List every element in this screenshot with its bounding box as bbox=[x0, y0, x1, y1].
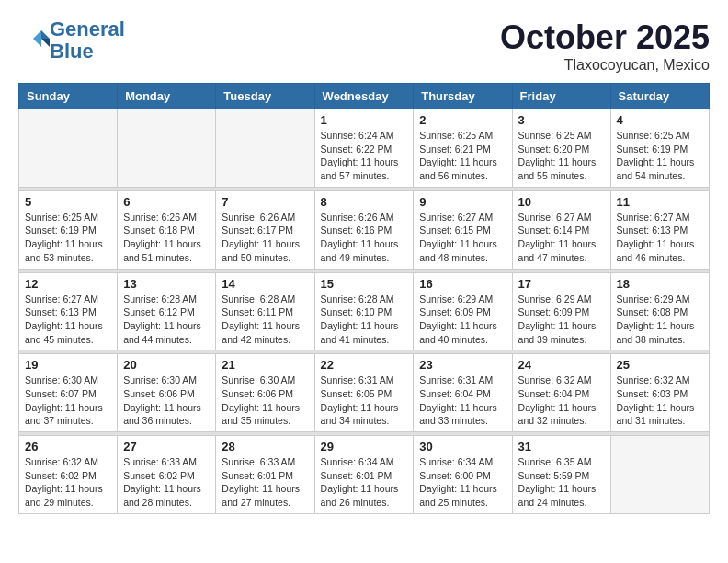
day-info: Sunrise: 6:34 AM Sunset: 6:01 PM Dayligh… bbox=[321, 455, 408, 510]
day-number: 18 bbox=[617, 277, 703, 291]
month-title: October 2025 bbox=[500, 18, 710, 57]
weekday-header-row: SundayMondayTuesdayWednesdayThursdayFrid… bbox=[19, 84, 710, 109]
day-number: 25 bbox=[617, 358, 703, 372]
day-info: Sunrise: 6:26 AM Sunset: 6:18 PM Dayligh… bbox=[123, 211, 210, 265]
day-number: 17 bbox=[518, 277, 605, 291]
calendar-cell: 11Sunrise: 6:27 AM Sunset: 6:13 PM Dayli… bbox=[610, 190, 709, 269]
calendar-week-4: 19Sunrise: 6:30 AM Sunset: 6:07 PM Dayli… bbox=[19, 354, 710, 432]
day-info: Sunrise: 6:30 AM Sunset: 6:06 PM Dayligh… bbox=[222, 373, 308, 428]
calendar-cell: 28Sunrise: 6:33 AM Sunset: 6:01 PM Dayli… bbox=[216, 436, 314, 514]
calendar: SundayMondayTuesdayWednesdayThursdayFrid… bbox=[18, 83, 710, 514]
day-number: 4 bbox=[617, 113, 703, 127]
day-info: Sunrise: 6:34 AM Sunset: 6:00 PM Dayligh… bbox=[419, 455, 506, 510]
calendar-cell: 2Sunrise: 6:25 AM Sunset: 6:21 PM Daylig… bbox=[414, 109, 512, 188]
logo-icon bbox=[22, 25, 50, 52]
calendar-cell: 13Sunrise: 6:28 AM Sunset: 6:12 PM Dayli… bbox=[118, 272, 216, 350]
day-info: Sunrise: 6:27 AM Sunset: 6:14 PM Dayligh… bbox=[518, 211, 605, 265]
day-info: Sunrise: 6:26 AM Sunset: 6:17 PM Dayligh… bbox=[222, 211, 308, 265]
title-block: October 2025 Tlaxocoyucan, Mexico bbox=[500, 18, 710, 74]
day-info: Sunrise: 6:25 AM Sunset: 6:21 PM Dayligh… bbox=[419, 129, 506, 183]
calendar-cell bbox=[118, 109, 216, 188]
day-info: Sunrise: 6:33 AM Sunset: 6:02 PM Dayligh… bbox=[123, 455, 210, 510]
calendar-week-3: 12Sunrise: 6:27 AM Sunset: 6:13 PM Dayli… bbox=[19, 272, 710, 350]
calendar-cell: 20Sunrise: 6:30 AM Sunset: 6:06 PM Dayli… bbox=[118, 354, 216, 432]
day-number: 12 bbox=[25, 277, 111, 291]
calendar-cell: 6Sunrise: 6:26 AM Sunset: 6:18 PM Daylig… bbox=[118, 190, 216, 269]
weekday-header-friday: Friday bbox=[512, 84, 610, 109]
day-number: 28 bbox=[222, 440, 308, 454]
calendar-week-1: 1Sunrise: 6:24 AM Sunset: 6:22 PM Daylig… bbox=[19, 109, 710, 188]
day-number: 2 bbox=[419, 113, 506, 127]
day-info: Sunrise: 6:30 AM Sunset: 6:06 PM Dayligh… bbox=[123, 373, 210, 428]
svg-marker-1 bbox=[41, 39, 50, 47]
day-info: Sunrise: 6:28 AM Sunset: 6:11 PM Dayligh… bbox=[222, 293, 308, 347]
day-number: 10 bbox=[518, 195, 605, 209]
day-number: 8 bbox=[321, 195, 408, 209]
day-info: Sunrise: 6:28 AM Sunset: 6:10 PM Dayligh… bbox=[321, 293, 408, 347]
calendar-cell: 9Sunrise: 6:27 AM Sunset: 6:15 PM Daylig… bbox=[414, 190, 512, 269]
calendar-cell: 19Sunrise: 6:30 AM Sunset: 6:07 PM Dayli… bbox=[19, 354, 118, 432]
calendar-cell: 31Sunrise: 6:35 AM Sunset: 5:59 PM Dayli… bbox=[512, 436, 610, 514]
calendar-cell: 5Sunrise: 6:25 AM Sunset: 6:19 PM Daylig… bbox=[19, 190, 118, 269]
svg-marker-2 bbox=[33, 30, 41, 47]
weekday-header-sunday: Sunday bbox=[19, 84, 118, 109]
logo-text: General Blue bbox=[50, 18, 125, 63]
calendar-cell: 17Sunrise: 6:29 AM Sunset: 6:09 PM Dayli… bbox=[512, 272, 610, 350]
day-info: Sunrise: 6:35 AM Sunset: 5:59 PM Dayligh… bbox=[518, 455, 605, 510]
weekday-header-saturday: Saturday bbox=[610, 84, 709, 109]
day-info: Sunrise: 6:32 AM Sunset: 6:02 PM Dayligh… bbox=[25, 455, 111, 510]
logo: General Blue bbox=[18, 18, 125, 63]
day-number: 11 bbox=[617, 195, 703, 209]
calendar-cell: 14Sunrise: 6:28 AM Sunset: 6:11 PM Dayli… bbox=[216, 272, 314, 350]
day-info: Sunrise: 6:31 AM Sunset: 6:05 PM Dayligh… bbox=[321, 373, 408, 428]
day-number: 3 bbox=[518, 113, 605, 127]
calendar-cell: 4Sunrise: 6:25 AM Sunset: 6:19 PM Daylig… bbox=[610, 109, 709, 188]
day-info: Sunrise: 6:27 AM Sunset: 6:15 PM Dayligh… bbox=[419, 211, 506, 265]
calendar-cell: 26Sunrise: 6:32 AM Sunset: 6:02 PM Dayli… bbox=[19, 436, 118, 514]
location-title: Tlaxocoyucan, Mexico bbox=[500, 57, 710, 74]
day-number: 7 bbox=[222, 195, 308, 209]
calendar-cell bbox=[19, 109, 118, 188]
calendar-cell: 29Sunrise: 6:34 AM Sunset: 6:01 PM Dayli… bbox=[314, 436, 414, 514]
day-info: Sunrise: 6:25 AM Sunset: 6:19 PM Dayligh… bbox=[25, 211, 111, 265]
calendar-cell: 8Sunrise: 6:26 AM Sunset: 6:16 PM Daylig… bbox=[314, 190, 414, 269]
day-number: 29 bbox=[321, 440, 408, 454]
calendar-week-5: 26Sunrise: 6:32 AM Sunset: 6:02 PM Dayli… bbox=[19, 436, 710, 514]
day-number: 14 bbox=[222, 277, 308, 291]
calendar-week-2: 5Sunrise: 6:25 AM Sunset: 6:19 PM Daylig… bbox=[19, 190, 710, 269]
calendar-cell: 3Sunrise: 6:25 AM Sunset: 6:20 PM Daylig… bbox=[512, 109, 610, 188]
calendar-cell bbox=[216, 109, 314, 188]
day-number: 30 bbox=[419, 440, 506, 454]
day-number: 31 bbox=[518, 440, 605, 454]
day-number: 5 bbox=[25, 195, 111, 209]
calendar-cell: 22Sunrise: 6:31 AM Sunset: 6:05 PM Dayli… bbox=[314, 354, 414, 432]
day-number: 19 bbox=[25, 358, 111, 372]
day-info: Sunrise: 6:28 AM Sunset: 6:12 PM Dayligh… bbox=[123, 293, 210, 347]
calendar-cell: 7Sunrise: 6:26 AM Sunset: 6:17 PM Daylig… bbox=[216, 190, 314, 269]
day-number: 21 bbox=[222, 358, 308, 372]
calendar-cell: 1Sunrise: 6:24 AM Sunset: 6:22 PM Daylig… bbox=[314, 109, 414, 188]
day-info: Sunrise: 6:32 AM Sunset: 6:04 PM Dayligh… bbox=[518, 373, 605, 428]
day-info: Sunrise: 6:33 AM Sunset: 6:01 PM Dayligh… bbox=[222, 455, 308, 510]
day-info: Sunrise: 6:29 AM Sunset: 6:08 PM Dayligh… bbox=[617, 293, 703, 347]
day-number: 15 bbox=[321, 277, 408, 291]
svg-marker-0 bbox=[41, 30, 50, 39]
calendar-cell: 27Sunrise: 6:33 AM Sunset: 6:02 PM Dayli… bbox=[118, 436, 216, 514]
day-info: Sunrise: 6:29 AM Sunset: 6:09 PM Dayligh… bbox=[518, 293, 605, 347]
calendar-cell: 12Sunrise: 6:27 AM Sunset: 6:13 PM Dayli… bbox=[19, 272, 118, 350]
calendar-cell: 10Sunrise: 6:27 AM Sunset: 6:14 PM Dayli… bbox=[512, 190, 610, 269]
day-info: Sunrise: 6:25 AM Sunset: 6:19 PM Dayligh… bbox=[617, 129, 703, 183]
day-info: Sunrise: 6:27 AM Sunset: 6:13 PM Dayligh… bbox=[25, 293, 111, 347]
day-number: 16 bbox=[419, 277, 506, 291]
day-number: 1 bbox=[321, 113, 408, 127]
day-number: 26 bbox=[25, 440, 111, 454]
day-info: Sunrise: 6:30 AM Sunset: 6:07 PM Dayligh… bbox=[25, 373, 111, 428]
day-info: Sunrise: 6:29 AM Sunset: 6:09 PM Dayligh… bbox=[419, 293, 506, 347]
weekday-header-wednesday: Wednesday bbox=[314, 84, 414, 109]
weekday-header-tuesday: Tuesday bbox=[216, 84, 314, 109]
day-info: Sunrise: 6:25 AM Sunset: 6:20 PM Dayligh… bbox=[518, 129, 605, 183]
day-number: 6 bbox=[123, 195, 210, 209]
day-number: 23 bbox=[419, 358, 506, 372]
day-info: Sunrise: 6:31 AM Sunset: 6:04 PM Dayligh… bbox=[419, 373, 506, 428]
day-number: 13 bbox=[123, 277, 210, 291]
